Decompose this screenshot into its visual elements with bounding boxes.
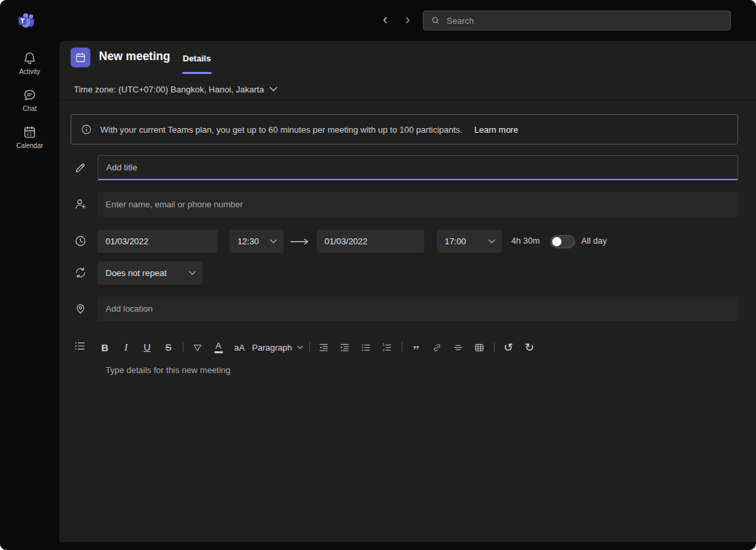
timezone-label: Time zone: (UTC+07:00) Bangkok, Hanoi, J… <box>74 85 264 94</box>
underline-button[interactable]: U <box>139 337 156 357</box>
meeting-details-editor[interactable]: Type details for this new meeting <box>71 359 738 537</box>
details-placeholder: Type details for this new meeting <box>106 365 230 375</box>
bell-icon <box>22 51 37 65</box>
highlight-button[interactable] <box>189 337 206 357</box>
sidebar-item-chat[interactable]: Chat <box>4 82 55 118</box>
redo-button[interactable]: ↻ <box>521 337 538 357</box>
font-color-button[interactable]: A <box>210 337 227 357</box>
all-day-toggle[interactable] <box>550 235 575 248</box>
timezone-selector[interactable]: Time zone: (UTC+07:00) Bangkok, Hanoi, J… <box>74 82 278 96</box>
italic-button[interactable]: I <box>117 337 135 357</box>
sidebar-item-activity[interactable]: Activity <box>4 45 55 81</box>
toolbar-divider <box>183 342 183 353</box>
paragraph-value: Paragraph <box>252 343 292 353</box>
insert-table-button[interactable] <box>471 337 488 357</box>
duration-label: 4h 30m <box>511 236 540 246</box>
toolbar-divider <box>309 342 310 353</box>
increase-indent-button[interactable] <box>336 337 354 357</box>
sidebar-item-label: Chat <box>22 105 36 112</box>
page-title: New meeting <box>99 50 170 63</box>
repeat-select[interactable]: Does not repeat <box>98 261 203 285</box>
bold-button[interactable]: B <box>96 337 113 357</box>
calendar-icon <box>22 125 37 139</box>
tab-details[interactable]: Details <box>183 53 211 63</box>
sidebar-item-calendar[interactable]: Calendar <box>4 119 55 155</box>
meeting-title-input[interactable] <box>98 155 738 180</box>
bulleted-list-button[interactable] <box>358 337 375 357</box>
location-input[interactable] <box>98 296 738 321</box>
chevron-down-icon <box>488 239 495 244</box>
arrow-right-icon <box>290 238 309 245</box>
search-icon <box>430 15 441 26</box>
numbered-list-button[interactable]: 12 <box>379 337 396 357</box>
start-time-select[interactable]: 12:30 <box>230 230 284 253</box>
sidebar-item-label: Activity <box>19 68 40 75</box>
end-time-value: 17:00 <box>445 236 466 246</box>
agenda-icon <box>73 339 86 353</box>
decrease-indent-button[interactable] <box>315 337 332 357</box>
strikethrough-button[interactable]: S <box>160 337 177 357</box>
header-divider <box>59 100 756 100</box>
pencil-icon <box>74 161 87 174</box>
new-meeting-panel: New meeting Details Time zone: (UTC+07:0… <box>59 41 756 542</box>
search-bar[interactable] <box>423 11 731 30</box>
start-time-value: 12:30 <box>237 236 259 246</box>
link-button[interactable] <box>429 337 446 357</box>
horizontal-rule-button[interactable] <box>450 337 467 357</box>
meeting-calendar-icon <box>71 48 90 67</box>
forward-button[interactable]: › <box>400 10 416 30</box>
info-icon <box>80 123 92 135</box>
back-button[interactable]: ‹ <box>377 10 393 30</box>
chevron-down-icon <box>189 271 196 275</box>
chat-icon <box>22 88 37 102</box>
repeat-value: Does not repeat <box>106 268 167 278</box>
repeat-icon <box>74 266 87 279</box>
teams-window: ‹ › Activity Chat Calendar <box>0 0 756 550</box>
location-pin-icon <box>74 302 87 315</box>
toolbar-divider <box>402 342 402 353</box>
teams-logo <box>17 11 36 30</box>
clock-icon <box>74 234 87 248</box>
plan-info-banner: With your current Teams plan, you get up… <box>71 114 738 145</box>
toolbar-divider <box>494 342 495 353</box>
plan-info-text: With your current Teams plan, you get up… <box>100 125 462 135</box>
end-date-input[interactable] <box>317 230 424 253</box>
sidebar-item-label: Calendar <box>16 142 44 149</box>
font-color-bar <box>214 351 223 353</box>
quote-button[interactable]: ” <box>408 337 425 357</box>
app-sidebar: Activity Chat Calendar <box>0 41 59 550</box>
learn-more-link[interactable]: Learn more <box>474 125 518 135</box>
svg-text:1: 1 <box>383 343 385 347</box>
format-toolbar: B I U S A aA Paragraph <box>96 336 542 359</box>
paragraph-select[interactable]: Paragraph <box>252 337 303 357</box>
end-time-select[interactable]: 17:00 <box>437 230 502 253</box>
font-size-button[interactable]: aA <box>231 337 248 357</box>
attendees-input[interactable] <box>98 192 738 217</box>
all-day-label: All day <box>581 236 607 246</box>
tab-underline <box>182 72 212 74</box>
undo-button[interactable]: ↺ <box>500 337 517 357</box>
top-bar: ‹ › <box>0 0 756 41</box>
add-attendee-icon <box>74 197 87 211</box>
svg-text:2: 2 <box>383 348 385 352</box>
start-date-input[interactable] <box>98 230 218 253</box>
search-input[interactable] <box>447 16 724 26</box>
chevron-down-icon <box>269 86 278 92</box>
toggle-knob <box>552 237 561 246</box>
font-color-letter: A <box>216 342 222 350</box>
chevron-down-icon <box>270 239 277 244</box>
